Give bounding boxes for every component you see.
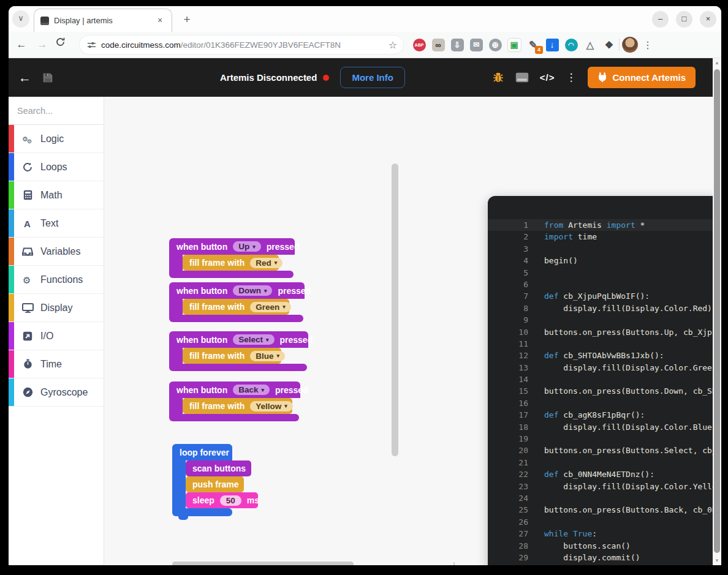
- fill-frame-block[interactable]: fill frame withRed▾: [183, 255, 279, 271]
- color-dropdown[interactable]: Red▾: [250, 258, 282, 268]
- triangle-tool-icon[interactable]: △: [583, 37, 597, 52]
- reload-icon[interactable]: [55, 37, 71, 53]
- when-button-hat[interactable]: when buttonUp▾pressed: [169, 238, 295, 255]
- sidebar-item-math[interactable]: Math: [9, 181, 104, 209]
- event-body: fill frame withRed▾: [169, 255, 295, 271]
- close-button[interactable]: ×: [700, 11, 716, 28]
- loop-spine: [172, 492, 186, 508]
- save-icon[interactable]: [42, 72, 53, 83]
- page-scrollbar[interactable]: ▲ ▼: [713, 58, 721, 565]
- line-chat-icon[interactable]: ✉: [469, 37, 483, 52]
- sidebar-item-text[interactable]: AText: [9, 209, 104, 238]
- download-tray-icon[interactable]: ⇩: [450, 37, 464, 52]
- event-block-up[interactable]: when buttonUp▾pressedfill frame withRed▾: [169, 238, 295, 278]
- tray-icon: [21, 247, 34, 256]
- svg-text:⚙: ⚙: [23, 275, 31, 285]
- fill-frame-block[interactable]: fill frame withYellow▾: [183, 398, 292, 414]
- button-dropdown[interactable]: Back▾: [233, 385, 270, 395]
- code-text: def cb_XjpuPqLbWoIF():: [544, 290, 650, 302]
- sidebar-item-logic[interactable]: ⚙⚙Logic: [9, 125, 104, 153]
- sidebar-item-variables[interactable]: Variables: [9, 238, 104, 266]
- category-color-strip: [9, 378, 14, 406]
- button-dropdown[interactable]: Select▾: [233, 334, 274, 345]
- scroll-down-icon[interactable]: ▼: [713, 558, 721, 563]
- sidebar-item-display[interactable]: Display: [9, 294, 104, 322]
- new-tab-button[interactable]: +: [179, 12, 195, 28]
- when-button-hat[interactable]: when buttonBack▾pressed: [169, 381, 300, 398]
- workspace-canvas[interactable]: when buttonUp▾pressedfill frame withRed▾…: [104, 97, 721, 565]
- button-dropdown[interactable]: Up▾: [233, 241, 261, 252]
- photos-icon[interactable]: ▣: [507, 37, 521, 52]
- sleep-block[interactable]: sleep50ms: [186, 492, 258, 508]
- sidebar-item-time[interactable]: Time: [9, 350, 104, 378]
- back-icon[interactable]: ←: [13, 37, 29, 53]
- code-view-icon[interactable]: </>: [540, 72, 555, 83]
- editor-back-icon[interactable]: ←: [18, 70, 31, 85]
- color-dropdown[interactable]: Blue▾: [250, 351, 285, 361]
- connect-artemis-label: Connect Artemis: [613, 72, 686, 83]
- when-button-hat[interactable]: when buttonSelect▾pressed: [169, 331, 308, 348]
- code-line: 24: [488, 492, 721, 504]
- category-color-strip: [9, 322, 14, 350]
- editor-menu-icon[interactable]: ⋮: [566, 71, 577, 84]
- tab-search-chevron-icon[interactable]: ∨: [12, 10, 29, 28]
- teal-ball-icon[interactable]: ◠: [564, 37, 578, 52]
- fill-frame-block[interactable]: fill frame withGreen▾: [183, 299, 289, 315]
- globe-icon[interactable]: ⊕: [488, 37, 502, 52]
- sidebar-item-label: Logic: [40, 133, 64, 145]
- event-block-back[interactable]: when buttonBack▾pressedfill frame withYe…: [169, 381, 300, 421]
- photos-icon-face: ▣: [508, 39, 521, 51]
- connect-artemis-button[interactable]: Connect Artemis: [588, 67, 696, 88]
- sidebar-item-functions[interactable]: ⚙Functions: [9, 266, 104, 294]
- scroll-up-icon[interactable]: ▲: [713, 60, 721, 66]
- line-chat-icon-face: ✉: [470, 39, 483, 51]
- browser-menu-icon[interactable]: ⋮: [643, 39, 653, 51]
- maximize-button[interactable]: □: [676, 11, 692, 28]
- event-block-down[interactable]: when buttonDown▾pressedfill frame withGr…: [169, 282, 305, 322]
- address-bar[interactable]: code.circuitmess.com/editor/01K366FEZWE9…: [80, 36, 403, 54]
- sleep-duration-field[interactable]: 50: [220, 495, 241, 506]
- sidebar-item-loops[interactable]: Loops: [9, 153, 104, 181]
- tab-close-icon[interactable]: ×: [154, 15, 165, 26]
- button-dropdown[interactable]: Down▾: [233, 285, 272, 296]
- tab-display-artemis[interactable]: Display | artemis ×: [34, 9, 172, 32]
- letter-a-icon: A: [21, 219, 34, 228]
- color-dropdown[interactable]: Yellow▾: [250, 401, 293, 412]
- when-button-hat[interactable]: when buttonDown▾pressed: [169, 282, 305, 299]
- extensions-puzzle-icon[interactable]: ❖: [602, 37, 616, 52]
- code-listing[interactable]: 1from Artemis import *2import time34begi…: [488, 219, 721, 565]
- scan-buttons-block[interactable]: scan buttons: [186, 460, 251, 476]
- loop-forever-hat[interactable]: loop forever: [172, 444, 232, 460]
- display-preview-icon[interactable]: [515, 72, 529, 83]
- site-settings-icon[interactable]: [87, 40, 96, 50]
- line-number: 5: [488, 267, 528, 279]
- canvas-vertical-scrollbar[interactable]: [392, 163, 398, 456]
- toolbar-divider: [619, 39, 620, 51]
- annotate-pencil-icon[interactable]: ✎4: [526, 37, 540, 52]
- search-input[interactable]: [17, 106, 91, 116]
- more-info-button[interactable]: More Info: [340, 67, 405, 88]
- adblock-plus-icon[interactable]: ABP: [412, 37, 427, 52]
- line-number: 30: [488, 563, 528, 565]
- color-dropdown[interactable]: Green▾: [250, 302, 291, 312]
- sidebar-item-io[interactable]: I/O: [9, 322, 104, 350]
- code-text: buttons.on_press(Buttons.Select, cb_agK8…: [544, 445, 721, 456]
- fill-frame-block[interactable]: fill frame withBlue▾: [183, 348, 281, 364]
- push-frame-block[interactable]: push frame: [186, 476, 244, 492]
- downloader-icon[interactable]: ↓: [545, 37, 559, 52]
- event-block-select[interactable]: when buttonSelect▾pressedfill frame with…: [169, 331, 308, 371]
- bug-report-icon[interactable]: [492, 72, 504, 83]
- loop-forever-block[interactable]: loop foreverscan buttonspush framesleep5…: [172, 444, 258, 520]
- mask-icon[interactable]: ∞: [431, 37, 446, 52]
- code-line: 10buttons.on_press(Buttons.Up, cb_XjpuPq…: [488, 326, 721, 338]
- sidebar-item-gyroscope[interactable]: Gyroscope: [9, 378, 104, 407]
- forward-icon[interactable]: →: [34, 37, 50, 53]
- code-line: 23 display.fill(Display.Color.Yellow): [488, 481, 721, 492]
- bookmark-star-icon[interactable]: ☆: [389, 39, 397, 51]
- page-scrollbar-thumb[interactable]: [714, 69, 720, 553]
- code-line: 1from Artemis import *: [488, 219, 721, 231]
- profile-avatar[interactable]: [622, 37, 638, 53]
- category-color-strip: [9, 181, 14, 209]
- canvas-horizontal-scrollbar[interactable]: [172, 562, 354, 565]
- minimize-button[interactable]: –: [652, 11, 669, 28]
